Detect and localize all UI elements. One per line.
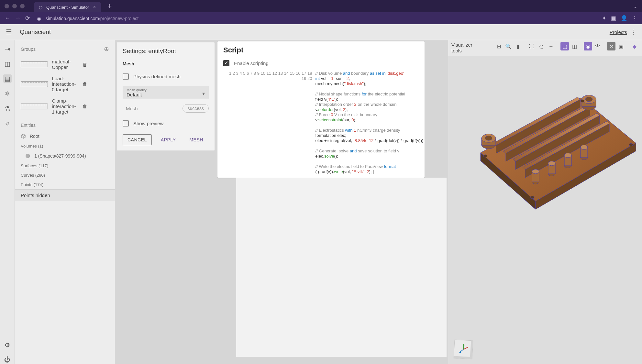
projects-link[interactable]: Projects — [610, 29, 627, 35]
settings-title: Settings: entityRoot — [123, 48, 209, 55]
zoom-icon[interactable]: 🔍 — [504, 42, 513, 50]
svg-point-14 — [485, 136, 492, 140]
edge-icon[interactable]: ◫ — [570, 42, 579, 50]
more-icon[interactable]: ⋮ — [630, 28, 636, 36]
script-title: Script — [217, 41, 425, 57]
url-text[interactable]: simulation.quanscient.com/project/new-pr… — [46, 16, 138, 21]
tab-title: Quanscient - Simulator — [46, 5, 89, 10]
site-info-icon[interactable]: ◉ — [37, 16, 41, 21]
group-label: Clamp-interaction-1 target — [52, 98, 78, 115]
viz-canvas[interactable] — [448, 56, 642, 364]
physics-icon[interactable]: ⚛ — [3, 89, 12, 98]
checkbox-icon — [123, 120, 129, 127]
fit-icon[interactable]: ⛶ — [527, 42, 536, 50]
trash-icon[interactable]: 🗑 — [83, 104, 109, 109]
checkbox-icon — [223, 60, 229, 66]
svg-point-24 — [548, 161, 555, 166]
axis-cube[interactable] — [454, 340, 473, 359]
entities-icon[interactable]: ▤ — [3, 74, 12, 83]
new-tab-button[interactable]: + — [108, 2, 112, 10]
volume-item[interactable]: 1 (Shapes/827-9999-904) — [15, 151, 115, 161]
apply-button[interactable]: APPLY — [156, 134, 181, 145]
import-icon[interactable]: ⇥ — [3, 45, 12, 53]
group-label: material-Copper — [52, 59, 78, 70]
profile-icon[interactable]: 👤 — [621, 15, 627, 22]
panel-icon[interactable]: ▣ — [611, 15, 616, 22]
mesh-quality-select[interactable]: Mesh quality Default ▾ — [123, 86, 209, 99]
extensions-icon[interactable]: ✦ — [602, 15, 606, 22]
mesh-label: Mesh — [126, 106, 138, 111]
group-label: Load-interaction-0 target — [52, 76, 78, 92]
group-item[interactable]: material-Copper 🗑 — [15, 56, 115, 73]
points-hidden-row[interactable]: Points hidden — [15, 189, 115, 201]
curves-count[interactable]: Curves (280) — [15, 171, 115, 180]
color-icon[interactable]: ◆ — [630, 42, 639, 50]
reload-icon[interactable]: ⟳ — [25, 15, 30, 22]
visibility-icon[interactable]: ◉ — [584, 42, 592, 50]
mesh-button[interactable]: MESH — [185, 134, 207, 145]
hamburger-icon[interactable]: ☰ — [6, 28, 12, 36]
sun-icon[interactable]: ☼ — [3, 119, 12, 127]
heatsink-model[interactable] — [458, 75, 639, 224]
svg-point-27 — [564, 153, 571, 158]
window-close[interactable] — [5, 4, 9, 8]
root-entity[interactable]: Root — [15, 131, 115, 141]
svg-point-18 — [585, 97, 592, 102]
close-icon[interactable]: × — [93, 4, 96, 10]
select-icon[interactable]: ◌ — [537, 42, 546, 50]
browser-tab[interactable]: ◌ Quanscient - Simulator × — [34, 2, 101, 12]
menu-icon[interactable]: ⋮ — [632, 15, 637, 22]
cube-icon[interactable]: ◫ — [3, 60, 12, 68]
visualizer-toolbar: Visualizer tools ⊞ 🔍 ▮ ⛶ ◌ ↔ ▢ ◫ ◉ 👁 ⊘ ▣… — [448, 40, 642, 56]
power-icon[interactable]: ⏻ — [3, 356, 12, 364]
mesh-section-label: Mesh — [123, 61, 209, 66]
trash-icon[interactable]: 🗑 — [83, 62, 109, 67]
face-icon[interactable]: ▢ — [560, 42, 569, 50]
group-item[interactable]: Clamp-interaction-1 target 🗑 — [15, 95, 115, 117]
script-panel: Script Enable scripting 1 2 3 4 5 6 7 8 … — [216, 40, 448, 364]
code-editor-extension[interactable] — [236, 178, 447, 357]
svg-point-30 — [581, 145, 588, 149]
settings-icon[interactable]: ⚙ — [3, 341, 12, 349]
experiment-icon[interactable]: ⚗ — [3, 104, 12, 113]
svg-point-32 — [530, 196, 534, 199]
back-icon[interactable]: ← — [5, 15, 10, 22]
line-gutter: 1 2 3 4 5 6 7 8 9 10 11 12 13 14 15 16 1… — [217, 71, 315, 174]
address-bar: ← → ⟳ ◉ simulation.quanscient.com/projec… — [0, 12, 642, 24]
material-icon — [21, 81, 48, 87]
measure-icon[interactable]: ↔ — [547, 42, 555, 50]
visualizer-panel: Visualizer tools ⊞ 🔍 ▮ ⛶ ◌ ↔ ▢ ◫ ◉ 👁 ⊘ ▣… — [448, 40, 642, 364]
code-content[interactable]: // Disk volume and boundary as set in 'd… — [315, 71, 425, 174]
layers-icon[interactable]: ▣ — [617, 42, 625, 50]
add-group-icon[interactable]: ⊕ — [104, 45, 109, 53]
enable-scripting-checkbox[interactable]: Enable scripting — [217, 57, 425, 71]
surfaces-count[interactable]: Surfaces (117) — [15, 161, 115, 171]
code-editor[interactable]: 1 2 3 4 5 6 7 8 9 10 11 12 13 14 15 16 1… — [217, 71, 425, 178]
svg-point-33 — [581, 100, 584, 102]
chevron-down-icon[interactable]: ⌄ — [633, 3, 637, 9]
chevron-down-icon: ▾ — [202, 91, 205, 97]
points-count[interactable]: Points (174) — [15, 180, 115, 189]
cancel-button[interactable]: CANCEL — [123, 134, 152, 145]
svg-point-31 — [483, 155, 487, 157]
checkbox-icon — [123, 73, 129, 80]
forward-icon[interactable]: → — [15, 15, 21, 22]
material-icon — [21, 61, 48, 67]
window-min[interactable] — [12, 4, 17, 8]
grid-icon[interactable]: ⊞ — [494, 42, 503, 50]
svg-point-34 — [629, 143, 633, 146]
eye-icon[interactable]: 👁 — [593, 42, 602, 50]
window-max[interactable] — [20, 4, 25, 8]
group-item[interactable]: Load-interaction-0 target 🗑 — [15, 73, 115, 95]
hide-icon[interactable]: ⊘ — [607, 42, 615, 50]
settings-panel: Settings: entityRoot Mesh Physics define… — [116, 42, 215, 151]
physics-mesh-checkbox[interactable]: Physics defined mesh — [123, 71, 209, 82]
viz-label: Visualizer tools — [451, 42, 476, 54]
device-icon[interactable]: ▮ — [514, 42, 522, 50]
app-header: ☰ Quanscient Projects ⋮ — [0, 24, 642, 40]
show-preview-checkbox[interactable]: Show preview — [123, 118, 209, 129]
svg-marker-39 — [463, 344, 465, 346]
trash-icon[interactable]: 🗑 — [83, 81, 109, 87]
volumes-count[interactable]: Volumes (1) — [15, 141, 115, 151]
browser-tab-strip: ◌ Quanscient - Simulator × + ⌄ — [0, 0, 642, 12]
